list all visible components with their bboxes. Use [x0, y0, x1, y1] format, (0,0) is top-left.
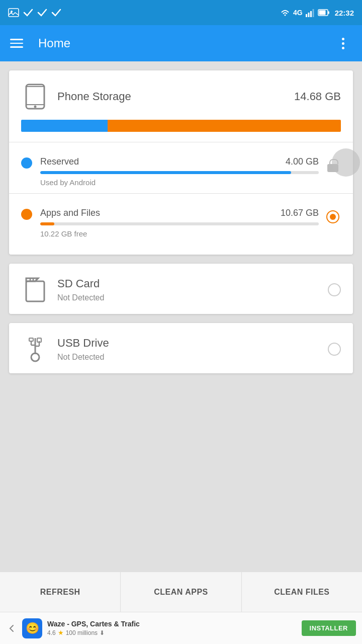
ad-app-meta: 4.6 ★ 100 millions ⬇ — [47, 629, 302, 636]
apps-value: 10.67 GB — [281, 208, 319, 218]
reserved-dot — [21, 157, 32, 169]
status-bar: 4G 22:32 — [0, 0, 362, 25]
sd-card-radio-button[interactable] — [328, 283, 341, 296]
ad-banner: 😊 Waze - GPS, Cartes & Trafic 4.6 ★ 100 … — [0, 612, 362, 644]
reserved-content: Reserved 4.00 GB Used by Android — [40, 156, 319, 187]
ad-rating: 4.6 — [47, 629, 56, 636]
more-options-button[interactable] — [334, 34, 352, 52]
reserved-label: Reserved — [40, 156, 79, 167]
check3-icon — [51, 8, 61, 17]
phone-storage-size: 14.68 GB — [294, 90, 341, 103]
ad-arrow-icon — [8, 623, 16, 633]
sd-card-header: SD Card Not Detected — [21, 276, 341, 304]
check-icon — [23, 8, 33, 17]
refresh-button[interactable]: REFRESH — [0, 572, 121, 612]
ad-app-title: Waze - GPS, Cartes & Trafic — [47, 620, 302, 628]
ad-app-icon: 😊 — [22, 618, 42, 638]
reserved-subtext: Used by Android — [40, 178, 96, 187]
svg-rect-12 — [26, 281, 44, 301]
apps-files-section: Apps and Files 10.67 GB 10.22 GB free — [21, 202, 341, 245]
phone-storage-card: Phone Storage 14.68 GB Reserved 4.00 GB … — [9, 70, 353, 255]
phone-storage-icon — [21, 83, 49, 111]
usb-drive-radio[interactable] — [328, 343, 341, 356]
fab-right-indicator — [332, 148, 360, 177]
svg-rect-2 — [306, 14, 307, 17]
apps-content: Apps and Files 10.67 GB 10.22 GB free — [40, 208, 319, 238]
apps-subtext: 10.22 GB free — [40, 229, 87, 238]
svg-point-18 — [31, 353, 39, 361]
reserved-section: Reserved 4.00 GB Used by Android — [21, 150, 341, 193]
divider-2 — [9, 193, 353, 194]
reserved-top: Reserved 4.00 GB — [40, 156, 319, 167]
ad-star-icon: ★ — [58, 629, 64, 636]
reserved-progress-bar — [40, 171, 319, 174]
svg-rect-4 — [310, 11, 312, 17]
usb-icon — [24, 336, 46, 362]
reserved-value: 4.00 GB — [286, 156, 319, 167]
page-title: Home — [38, 36, 334, 50]
usb-drive-info: USB Drive Not Detected — [57, 337, 322, 362]
reserved-progress-fill — [40, 171, 291, 174]
menu-button[interactable] — [10, 34, 28, 52]
status-time: 22:32 — [335, 9, 354, 17]
svg-rect-3 — [308, 13, 309, 17]
ad-downloads: 100 millions — [66, 629, 98, 636]
apps-progress-bar — [40, 222, 319, 225]
storage-bar — [21, 120, 341, 132]
status-bar-right: 4G 22:32 — [280, 8, 354, 17]
usb-drive-radio-button[interactable] — [328, 343, 341, 356]
app-bar: Home — [0, 25, 362, 61]
usb-drive-card: USB Drive Not Detected — [9, 323, 353, 373]
apps-label: Apps and Files — [40, 208, 100, 218]
apps-top: Apps and Files 10.67 GB — [40, 208, 319, 218]
sd-card-info: SD Card Not Detected — [57, 277, 322, 302]
usb-drive-header: USB Drive Not Detected — [21, 335, 341, 363]
usb-drive-icon — [21, 335, 49, 363]
svg-rect-10 — [26, 87, 44, 105]
sd-card-radio[interactable] — [328, 283, 341, 296]
main-content: Phone Storage 14.68 GB Reserved 4.00 GB … — [0, 61, 362, 373]
status-bar-left — [8, 8, 280, 17]
clean-files-button[interactable]: CLEAN FILES — [242, 572, 362, 612]
ad-download-icon: ⬇ — [100, 629, 105, 636]
network-type: 4G — [293, 9, 303, 17]
phone-storage-header: Phone Storage 14.68 GB — [21, 83, 341, 111]
storage-bar-reserved-fill — [21, 120, 108, 132]
svg-rect-0 — [9, 9, 19, 17]
battery-icon — [318, 8, 330, 17]
apps-progress-fill — [40, 222, 54, 225]
bottom-toolbar: REFRESH CLEAN APPS CLEAN FILES — [0, 572, 362, 612]
apps-radio-button[interactable] — [326, 210, 339, 223]
install-button[interactable]: INSTALLER — [302, 620, 356, 636]
clean-apps-button[interactable]: CLEAN APPS — [121, 572, 241, 612]
svg-rect-8 — [319, 11, 325, 15]
storage-bar-apps-fill — [108, 120, 341, 132]
svg-rect-5 — [312, 9, 314, 17]
wifi-icon — [280, 8, 290, 17]
ad-info: Waze - GPS, Cartes & Trafic 4.6 ★ 100 mi… — [47, 620, 302, 636]
ad-nav-left[interactable] — [6, 622, 18, 634]
check2-icon — [37, 8, 47, 17]
divider-1 — [9, 142, 353, 142]
usb-drive-status: Not Detected — [57, 353, 322, 362]
sd-card-title: SD Card — [57, 277, 322, 290]
usb-drive-title: USB Drive — [57, 337, 322, 350]
apps-dot — [21, 209, 32, 220]
apps-radio-action[interactable] — [325, 209, 341, 225]
sd-card-status: Not Detected — [57, 293, 322, 302]
signal-icon — [306, 8, 315, 17]
svg-rect-7 — [328, 12, 329, 14]
svg-rect-23 — [29, 338, 33, 341]
gallery-icon — [8, 8, 19, 17]
svg-point-11 — [34, 106, 37, 108]
smartphone-icon — [24, 84, 46, 110]
sd-card-card: SD Card Not Detected — [9, 264, 353, 314]
phone-storage-title: Phone Storage — [57, 90, 294, 103]
sd-card-icon — [21, 276, 49, 304]
sd-icon — [24, 277, 46, 302]
